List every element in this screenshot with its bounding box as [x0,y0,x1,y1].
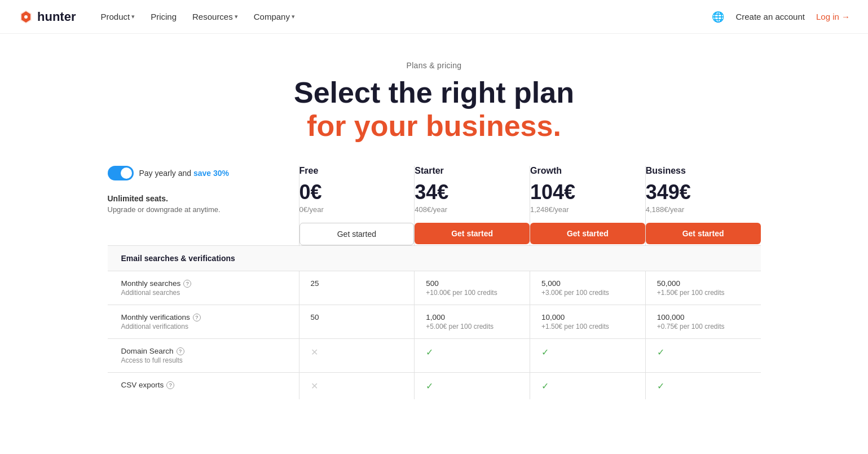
plan-free-yearly: 0€/year [299,205,415,214]
plan-starter-price: 34€ [415,180,530,204]
check-icon: ✓ [657,347,664,357]
domain-search-sub: Access to full results [121,356,285,364]
login-link[interactable]: Log in → [816,12,850,21]
upgrade-note: Upgrade or downgrade at anytime. [108,205,299,214]
monthly-searches-name: Monthly searches ? [121,279,285,288]
check-icon: ✓ [541,381,549,391]
hero-title-line1: Select the right plan [11,77,857,109]
csv-exports-row: CSV exports ? ✕ ✓ ✓ ✓ [107,373,761,400]
monthly-searches-free: 25 [299,271,415,305]
navbar: hunter Product ▾ Pricing Resources ▾ Com… [0,0,868,34]
free-get-started-button[interactable]: Get started [299,223,415,245]
header-row: Pay yearly and save 30% Unlimited seats.… [107,166,761,246]
check-icon: ✓ [426,347,433,357]
hero-section: Plans & pricing Select the right plan fo… [0,34,868,165]
monthly-verifications-free: 50 [299,305,415,339]
monthly-verifications-sub: Additional verifications [121,323,285,330]
domain-search-label-cell: Domain Search ? Access to full results [107,339,299,373]
plan-free-price: 0€ [299,180,415,204]
check-icon: ✓ [657,381,664,391]
nav-links: Product ▾ Pricing Resources ▾ Company ▾ [94,7,712,26]
plan-business-yearly: 4,188€/year [646,205,761,214]
nav-pricing[interactable]: Pricing [144,7,183,26]
csv-exports-name: CSV exports ? [121,381,285,389]
chevron-down-icon: ▾ [292,13,295,20]
monthly-searches-sub: Additional searches [121,289,285,297]
nav-company[interactable]: Company ▾ [247,7,302,26]
create-account-link[interactable]: Create an account [735,12,805,21]
plan-business-name: Business [646,166,761,176]
logo[interactable]: hunter [18,9,76,25]
business-get-started-button[interactable]: Get started [646,223,761,244]
monthly-searches-label-cell: Monthly searches ? Additional searches [107,271,299,305]
svg-point-0 [24,15,28,19]
check-icon: ✓ [426,381,433,391]
monthly-verifications-label-cell: Monthly verifications ? Additional verif… [107,305,299,339]
monthly-verifications-name: Monthly verifications ? [121,313,285,321]
logo-text: hunter [37,10,76,24]
growth-get-started-button[interactable]: Get started [530,223,645,244]
hero-title-line2: for your business. [11,109,857,143]
monthly-searches-row: Monthly searches ? Additional searches 2… [107,271,761,305]
plan-growth-yearly: 1,248€/year [530,205,645,214]
plan-growth-price: 104€ [530,180,645,204]
pricing-container: Pay yearly and save 30% Unlimited seats.… [96,165,773,422]
monthly-searches-starter: 500 +10.00€ per 100 credits [415,271,530,305]
csv-exports-business: ✓ [645,373,761,400]
monthly-verifications-row: Monthly verifications ? Additional verif… [107,305,761,339]
info-icon[interactable]: ? [177,347,184,355]
globe-icon[interactable]: 🌐 [712,11,724,23]
chevron-down-icon: ▾ [235,13,238,20]
plan-info-cell: Pay yearly and save 30% Unlimited seats.… [107,166,299,246]
csv-exports-free: ✕ [299,373,415,400]
nav-right: 🌐 Create an account Log in → [712,11,850,23]
monthly-verifications-growth: 10,000 +1.50€ per 100 credits [530,305,646,339]
domain-search-growth: ✓ [530,339,646,373]
check-icon: ✓ [541,347,549,357]
starter-get-started-button[interactable]: Get started [415,223,530,244]
plan-starter-name: Starter [415,166,530,176]
domain-search-name: Domain Search ? [121,347,285,355]
toggle-row: Pay yearly and save 30% [108,166,299,180]
info-icon[interactable]: ? [183,280,191,288]
email-section-row: Email searches & verifications [107,246,761,271]
unlimited-seats: Unlimited seats. [108,194,299,203]
save-badge: save 30% [193,169,229,178]
csv-exports-starter: ✓ [415,373,530,400]
plan-free-name: Free [299,166,415,176]
pricing-table: Pay yearly and save 30% Unlimited seats.… [107,165,761,400]
hero-subtitle: Plans & pricing [11,61,857,70]
info-icon[interactable]: ? [166,381,174,389]
plan-starter-yearly: 408€/year [415,205,530,214]
email-section-title: Email searches & verifications [121,254,747,263]
cross-icon: ✕ [311,347,318,357]
plan-growth-name: Growth [530,166,645,176]
toggle-label: Pay yearly and save 30% [139,169,230,178]
monthly-searches-growth: 5,000 +3.00€ per 100 credits [530,271,646,305]
monthly-verifications-starter: 1,000 +5.00€ per 100 credits [415,305,530,339]
plan-starter-header: Starter 34€ 408€/year Get started [415,166,530,246]
plan-business-price: 349€ [646,180,761,204]
domain-search-row: Domain Search ? Access to full results ✕… [107,339,761,373]
monthly-searches-business: 50,000 +1.50€ per 100 credits [645,271,761,305]
domain-search-free: ✕ [299,339,415,373]
plan-business-header: Business 349€ 4,188€/year Get started [645,166,761,246]
domain-search-business: ✓ [645,339,761,373]
plan-growth-header: Growth 104€ 1,248€/year Get started [530,166,646,246]
email-section-cell: Email searches & verifications [107,246,761,271]
cross-icon: ✕ [311,381,318,391]
info-icon[interactable]: ? [193,314,201,321]
nav-product[interactable]: Product ▾ [94,7,142,26]
monthly-verifications-business: 100,000 +0.75€ per 100 credits [645,305,761,339]
chevron-down-icon: ▾ [131,13,135,20]
nav-resources[interactable]: Resources ▾ [186,7,245,26]
csv-exports-growth: ✓ [530,373,646,400]
yearly-toggle[interactable] [108,166,134,180]
plan-free-header: Free 0€ 0€/year Get started [299,166,415,246]
csv-exports-label-cell: CSV exports ? [107,373,299,400]
domain-search-starter: ✓ [415,339,530,373]
